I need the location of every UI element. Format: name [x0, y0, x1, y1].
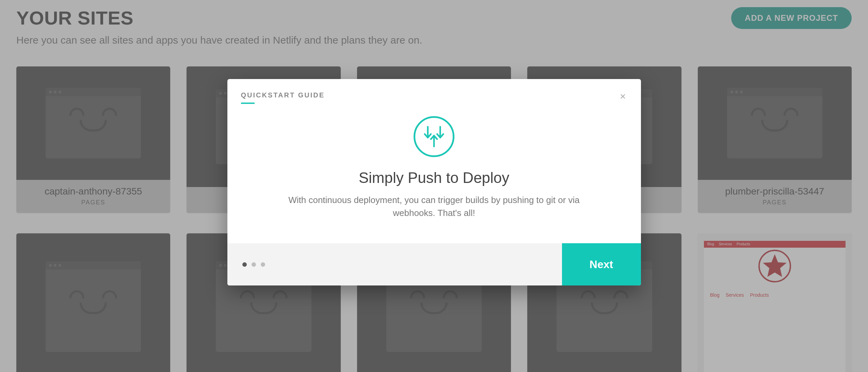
step-dot-3[interactable] [261, 262, 265, 267]
close-button[interactable]: × [618, 91, 627, 102]
modal-footer: Next [227, 243, 641, 285]
modal-label: QUICKSTART GUIDE [241, 91, 325, 104]
next-button[interactable]: Next [562, 243, 641, 285]
modal-title: Simply Push to Deploy [248, 169, 621, 186]
deploy-arrows-icon [414, 116, 454, 157]
modal-description: With continuous deployment, you can trig… [274, 194, 594, 219]
modal-overlay[interactable]: QUICKSTART GUIDE × Simply Push to Deploy [0, 0, 868, 372]
quickstart-modal: QUICKSTART GUIDE × Simply Push to Deploy [227, 79, 641, 285]
step-dot-1[interactable] [242, 262, 247, 267]
step-indicator [227, 262, 265, 267]
step-dot-2[interactable] [252, 262, 256, 267]
